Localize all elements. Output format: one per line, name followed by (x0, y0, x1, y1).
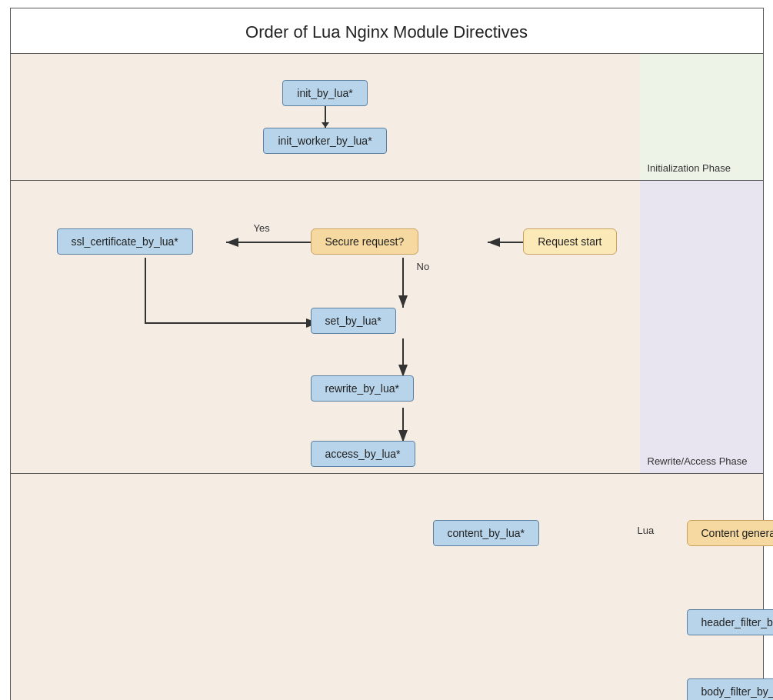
rewrite-by-lua-box: rewrite_by_lua* (311, 375, 415, 402)
phase-init-content: init_by_lua* init_worker_by_lua* (11, 54, 640, 180)
no-label: No (412, 259, 435, 273)
access-by-lua-box: access_by_lua* (311, 441, 415, 467)
init-boxes: init_by_lua* init_worker_by_lua* (263, 68, 386, 166)
phase-rewrite-content: Request start Secure request? Yes ssl_ce… (11, 181, 640, 473)
phase-rewrite-label: Rewrite/Access Phase (640, 181, 763, 473)
init-worker-by-lua-box: init_worker_by_lua* (263, 128, 386, 154)
rewrite-canvas: Request start Secure request? Yes ssl_ce… (11, 181, 640, 473)
lua-label: Lua (633, 523, 659, 537)
arrow-init-to-worker (325, 106, 326, 128)
ssl-certificate-box: ssl_certificate_by_lua* (57, 228, 193, 255)
phase-rewrite: Request start Secure request? Yes ssl_ce… (11, 180, 763, 473)
diagram-title: Order of Lua Nginx Module Directives (11, 8, 763, 53)
secure-request-box: Secure request? (311, 228, 419, 255)
phase-init-label: Initialization Phase (640, 54, 763, 180)
content-by-lua-box: content_by_lua* (433, 520, 539, 546)
phase-init: init_by_lua* init_worker_by_lua* Initial… (11, 53, 763, 180)
header-filter-box: header_filter_by_lua* (687, 609, 774, 635)
init-by-lua-box: init_by_lua* (282, 80, 367, 106)
diagram-wrapper: Order of Lua Nginx Module Directives ini… (10, 8, 764, 700)
body-filter-box: body_filter_by_lua* (687, 678, 774, 700)
phase-content-section: Content generated by ? Lua Upstream Othe… (11, 473, 763, 700)
set-by-lua-box: set_by_lua* (311, 308, 396, 334)
yes-label: Yes (249, 221, 275, 235)
content-generated-box: Content generated by ? (687, 520, 774, 546)
request-start-box: Request start (523, 228, 616, 255)
